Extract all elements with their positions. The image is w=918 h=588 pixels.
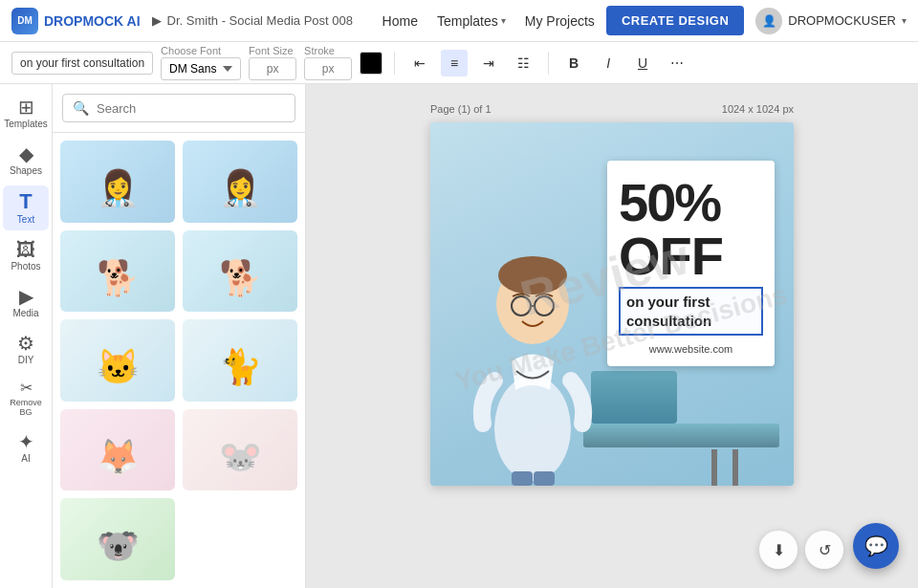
refresh-button[interactable]: ↺ (805, 531, 843, 569)
list-item[interactable]: 🐨 medical-character-... 715px by 1024px (60, 498, 175, 580)
sidebar-item-media[interactable]: ▶ Media (3, 281, 49, 324)
breadcrumb: ▶ Dr. Smith - Social Media Post 008 (152, 13, 353, 28)
download-button[interactable]: ⬇ (759, 531, 798, 569)
user-chevron-icon: ▾ (902, 15, 907, 26)
sidebar-item-photos[interactable]: 🖼 Photos (3, 234, 49, 277)
sidebar-label-shapes: Shapes (10, 165, 42, 176)
logo-icon: DM (11, 8, 38, 34)
sign-percent: 50% (619, 176, 763, 229)
search-input[interactable] (97, 101, 285, 116)
top-navigation: DM DROPMOCK AI ▶ Dr. Smith - Social Medi… (0, 0, 918, 42)
sidebar-item-text[interactable]: T Text (3, 185, 49, 230)
nav-home[interactable]: Home (382, 13, 418, 29)
image-preview: 🐈 (183, 319, 297, 402)
text-icon: T (19, 191, 32, 212)
image-preview: 👩‍⚕️ (60, 141, 175, 223)
shapes-icon: ◆ (19, 144, 33, 163)
image-preview: 🦊 (60, 409, 175, 491)
templates-chevron-icon: ▾ (501, 15, 506, 26)
underline-button[interactable]: U (629, 50, 656, 76)
font-select[interactable]: DM Sans (161, 57, 241, 80)
list-item[interactable]: 🐱 medical-character-... 715px by 1024px (60, 319, 175, 402)
photos-icon: 🖼 (16, 240, 35, 259)
sidebar-label-ai: AI (21, 453, 30, 464)
logo-text: DROPMOCK AI (44, 13, 141, 29)
sign-website: www.website.com (619, 343, 763, 355)
breadcrumb-arrow: ▶ (152, 13, 162, 28)
sidebar-label-text: Text (17, 214, 34, 225)
user-menu[interactable]: 👤 DROPMOCKUSER ▾ (755, 8, 907, 34)
user-avatar: 👤 (755, 8, 782, 34)
panel-search-area: 🔍 (53, 84, 305, 133)
list-item[interactable]: 👩‍⚕️ medical-character-... 715px by 1024… (60, 141, 175, 223)
canvas-dimensions: 1024 x 1024 px (722, 103, 794, 115)
font-label: Choose Font (161, 45, 239, 56)
media-panel: 🔍 👩‍⚕️ medical-character-... 715px by 10… (53, 84, 306, 588)
text-color-swatch[interactable] (360, 52, 382, 75)
svg-rect-6 (512, 471, 533, 486)
stroke-label: Stroke (304, 45, 350, 56)
sidebar-label-photos: Photos (11, 261, 40, 272)
list-item[interactable]: 🐕 medical-character-... 715px by 1024px (183, 230, 297, 313)
search-box[interactable]: 🔍 (62, 94, 295, 122)
separator-2 (548, 52, 549, 75)
list-item[interactable]: 👩‍⚕️ medical-character-... 715px by 1024… (183, 141, 297, 223)
sidebar-item-ai[interactable]: ✦ AI (3, 426, 49, 469)
user-name: DROPMOCKUSER (788, 13, 896, 28)
nav-links: Home Templates ▾ My Projects (382, 13, 595, 29)
remove-bg-icon: ✂ (20, 381, 33, 396)
stand-right (711, 449, 717, 486)
list-item[interactable]: 🐕 medical-character-... 715px by 1024px (60, 230, 175, 313)
text-toolbar: on your first consultation Choose Font D… (0, 42, 918, 84)
sidebar-label-diy: DIY (18, 355, 34, 365)
sidebar-label-media: Media (12, 308, 38, 318)
sidebar-item-shapes[interactable]: ◆ Shapes (3, 139, 49, 182)
image-preview: 🐕 (183, 230, 297, 313)
font-size-input[interactable] (249, 57, 296, 80)
image-grid: 👩‍⚕️ medical-character-... 715px by 1024… (53, 133, 305, 588)
stand-left (732, 449, 738, 486)
image-preview: 🐱 (60, 319, 175, 402)
canvas-meta: Page (1) of 1 1024 x 1024 px (430, 103, 794, 115)
list-item[interactable]: 🦊 medical-character-... 715px by 1024px (60, 409, 175, 491)
nav-my-projects[interactable]: My Projects (525, 13, 595, 29)
left-sidebar: ⊞ Templates ◆ Shapes T Text 🖼 Photos ▶ M… (0, 84, 53, 588)
search-icon: 🔍 (73, 100, 89, 116)
sign-off: OFF (619, 229, 763, 283)
align-left-button[interactable]: ⇤ (406, 50, 433, 76)
italic-button[interactable]: I (595, 50, 622, 76)
align-right-button[interactable]: ⇥ (475, 50, 502, 76)
sidebar-item-remove-bg[interactable]: ✂ Remove BG (3, 375, 49, 423)
doctor-figure (459, 170, 607, 486)
chat-button[interactable]: 💬 (853, 523, 899, 569)
list-item[interactable]: 🐈 medical-character-... 715px by 1024px (183, 319, 297, 402)
create-design-button[interactable]: CREATE DESIGN (606, 6, 744, 35)
separator-1 (394, 52, 395, 75)
main-content: ⊞ Templates ◆ Shapes T Text 🖼 Photos ▶ M… (0, 84, 918, 588)
svg-point-0 (494, 376, 571, 481)
list-item[interactable]: 🐭 medical-character-... 715px by 1024px (183, 409, 297, 491)
more-options-button[interactable]: ⋯ (664, 50, 690, 76)
font-size-label: Font Size (249, 45, 295, 56)
sign-tagline[interactable]: on your firstconsultation (619, 287, 763, 336)
canvas-area: Page (1) of 1 1024 x 1024 px 50% OFF on … (306, 84, 918, 588)
canvas-frame[interactable]: 50% OFF on your firstconsultation www.we… (430, 122, 794, 486)
logo[interactable]: DM DROPMOCK AI (11, 8, 141, 34)
align-justify-button[interactable]: ☷ (510, 50, 536, 76)
page-label: Page (1) of 1 (430, 103, 492, 115)
sidebar-item-templates[interactable]: ⊞ Templates (3, 92, 49, 135)
image-preview: 🐭 (183, 409, 297, 491)
sidebar-label-templates: Templates (4, 119, 48, 129)
nav-templates[interactable]: Templates ▾ (437, 13, 506, 29)
ai-icon: ✦ (18, 432, 34, 451)
diy-icon: ⚙ (17, 334, 34, 353)
svg-point-2 (498, 256, 567, 294)
bold-button[interactable]: B (560, 50, 587, 76)
templates-icon: ⊞ (18, 98, 34, 117)
align-center-button[interactable]: ≡ (441, 50, 468, 76)
stroke-input[interactable] (304, 57, 352, 80)
sign-board: 50% OFF on your firstconsultation www.we… (607, 161, 775, 366)
sidebar-item-diy[interactable]: ⚙ DIY (3, 328, 49, 371)
media-icon: ▶ (19, 287, 33, 306)
exam-table (583, 424, 779, 447)
